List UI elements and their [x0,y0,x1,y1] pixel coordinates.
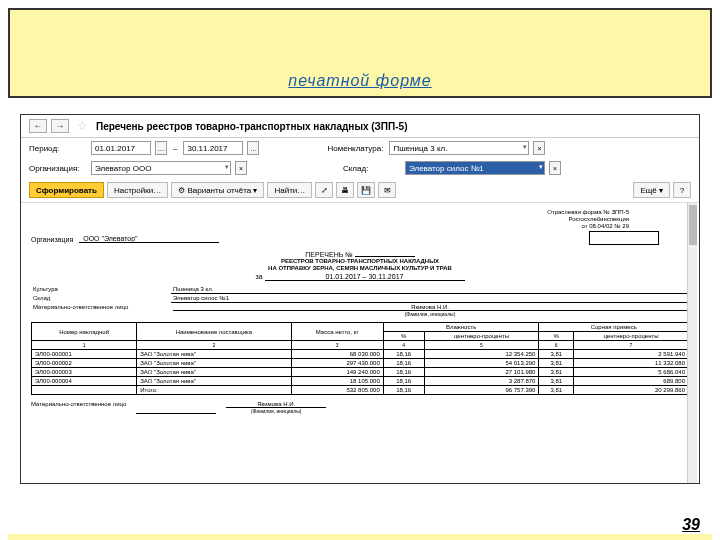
bottom-accent [8,534,712,540]
favorite-icon[interactable]: ☆ [77,119,88,133]
org-label: Организация: [29,164,87,173]
mail-icon: ✉ [384,186,391,195]
nomen-select[interactable]: Пшеница 3 кл.▾ [389,141,529,155]
help-button[interactable]: ? [673,182,691,198]
period-to-input[interactable]: 30.11.2017 [183,141,243,155]
sklad-clear[interactable]: × [549,161,561,175]
window-title: Перечень реестров товарно-транспортных н… [96,121,407,132]
app-window: ← → ☆ Перечень реестров товарно-транспор… [20,114,700,484]
kultura-label: Культура [31,285,171,294]
form-button[interactable]: Сформировать [29,182,104,198]
org-print-value: ООО "Элеватор" [79,235,219,243]
mol-label: Материально-ответственное лицо [31,303,171,318]
variants-button[interactable]: ⚙ Варианты отчёта ▾ [171,182,264,198]
sklad-select[interactable]: Элеватор силос №1▾ [405,161,545,175]
org-clear[interactable]: × [235,161,247,175]
chevron-down-icon: ▾ [225,163,229,171]
nav-forward-button[interactable]: → [51,119,69,133]
report-body: Отраслевая форма № ЗПП-5 Росгосхлебинспе… [21,203,699,484]
gear-icon: ⚙ [178,186,185,195]
print-icon: 🖶 [341,186,349,195]
settings-button[interactable]: Настройки… [107,182,168,198]
find-button[interactable]: Найти… [267,182,312,198]
period-label: Период: [29,144,87,153]
code-box [589,231,659,245]
content-area: ← → ☆ Перечень реестров товарно-транспор… [0,106,720,528]
chevron-down-icon: ▾ [523,143,527,151]
save-icon: 💾 [361,186,371,195]
table-row: ЭЛ00-000001ЗАО "Золотая нива"68 030.0001… [32,350,689,359]
save-button[interactable]: 💾 [357,182,375,198]
header-link: печатной форме [288,72,431,90]
table-row: ЭЛ00-000003ЗАО "Золотая нива"149 240.000… [32,368,689,377]
period-from-picker[interactable]: … [155,141,167,155]
nomen-clear[interactable]: × [533,141,545,155]
print-button[interactable]: 🖶 [336,182,354,198]
titlebar: ← → ☆ Перечень реестров товарно-транспор… [21,115,699,138]
more-button[interactable]: Ещё ▾ [633,182,670,198]
data-table: Номер накладной Наименование поставщика … [31,322,689,395]
slide-header: печатной форме [8,8,712,98]
org-select[interactable]: Элеватор ООО▾ [91,161,231,175]
form-code: Отраслевая форма № ЗПП-5 Росгосхлебинспе… [547,209,629,231]
table-row: ЭЛ00-000002ЗАО "Золотая нива"297 430.000… [32,359,689,368]
period-from-input[interactable]: 01.01.2017 [91,141,151,155]
email-button[interactable]: ✉ [378,182,396,198]
nav-back-button[interactable]: ← [29,119,47,133]
sklad-label: Склад: [343,164,401,173]
table-row: ЭЛ00-000004ЗАО "Золотая нива"18 105.0001… [32,377,689,386]
nomen-label: Номенклатура: [327,144,385,153]
chevron-down-icon: ▾ [539,163,543,171]
table-total-row: Итого:532 805.00018,1696 757.3903,8120 2… [32,386,689,395]
vertical-scrollbar[interactable] [687,203,697,484]
expand-button[interactable]: ⤢ [315,182,333,198]
page-number: 39 [682,516,700,534]
toolbar: Сформировать Настройки… ⚙ Варианты отчёт… [21,178,699,203]
period-to-picker[interactable]: … [247,141,259,155]
org-print-label: Организация [31,236,73,243]
sklad-print-label: Склад [31,294,171,303]
